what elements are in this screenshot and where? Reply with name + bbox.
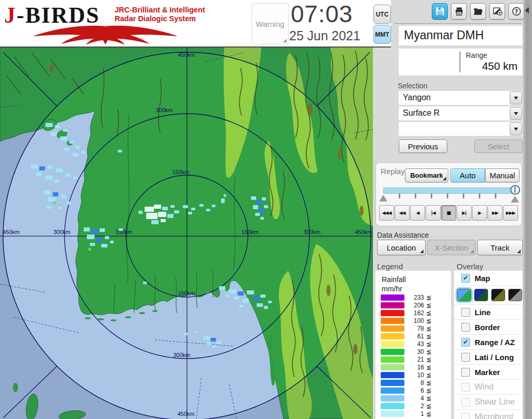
- corner-menu-icon: [517, 250, 521, 253]
- auto-button[interactable]: Auto: [450, 168, 485, 182]
- manual-button[interactable]: Manual: [485, 168, 520, 182]
- overlay-item-border[interactable]: Border: [454, 319, 522, 334]
- legend-entry: 162≦: [375, 309, 451, 317]
- add-snapshot-button[interactable]: [489, 3, 505, 20]
- rain-echo-cell: [138, 211, 143, 214]
- rain-echo-cell: [65, 174, 70, 177]
- overlay-item-label: Map: [475, 274, 490, 283]
- replay-slider-track[interactable]: [383, 188, 515, 194]
- playback-button-7[interactable]: ▶: [472, 205, 487, 221]
- legend-color-swatch: [381, 356, 404, 363]
- playback-button-6[interactable]: ▶|: [457, 205, 472, 221]
- legend-entry: 1≦: [375, 410, 451, 417]
- app-tagline: JRC-Brilliant & Intelligent Radar Dialog…: [115, 6, 205, 23]
- legend-value: 162: [409, 309, 424, 317]
- selection-dropdown-3[interactable]: [399, 122, 523, 136]
- map-style-swatch-1[interactable]: [457, 289, 471, 301]
- map-style-swatch-3[interactable]: [491, 289, 505, 301]
- range-divider: [460, 52, 460, 72]
- rain-echo-cell: [51, 132, 57, 136]
- previous-button[interactable]: Previous: [399, 139, 447, 153]
- rain-echo-cell: [188, 212, 192, 214]
- legend-entry: 6≦: [375, 386, 451, 394]
- station-name: Myanmar DMH: [404, 28, 484, 42]
- overlay-item-map[interactable]: ✔Map: [454, 271, 522, 285]
- legend-lte-sign: ≦: [426, 294, 431, 301]
- overlay-item-wind[interactable]: Wind: [454, 379, 522, 394]
- panel-collapse-arrow-icon[interactable]: [525, 7, 529, 13]
- checkbox-checked-icon[interactable]: ✔: [461, 338, 470, 347]
- playback-button-5[interactable]: ■: [441, 205, 456, 221]
- rain-echo-cell: [224, 194, 226, 197]
- track-button[interactable]: Track: [477, 240, 523, 255]
- rain-echo-cell: [207, 342, 211, 345]
- legend-value: 30: [409, 348, 424, 355]
- checkbox-icon[interactable]: [461, 323, 470, 332]
- bookmark-button[interactable]: Bookmark: [405, 168, 448, 182]
- slider-start-marker-icon[interactable]: [379, 195, 387, 201]
- range-label: 300km: [173, 352, 190, 358]
- utc-button[interactable]: UTC: [373, 5, 391, 24]
- legend-entry: 233≦: [375, 293, 451, 301]
- map-style-swatch-2[interactable]: [474, 289, 488, 301]
- legend-color-swatch: [381, 364, 404, 370]
- location-button[interactable]: Location: [377, 240, 426, 255]
- replay-slider-handle[interactable]: [510, 185, 520, 195]
- checkbox-icon[interactable]: [461, 368, 470, 377]
- slider-end-marker-icon[interactable]: [511, 196, 519, 203]
- overlay-item-lati-long[interactable]: Lati / Long: [454, 349, 522, 364]
- overlay-item-microburst[interactable]: Microburst: [454, 409, 522, 419]
- legend-entry: 2≦: [375, 402, 451, 410]
- warning-button-label: Warning: [256, 20, 284, 28]
- checkbox-icon[interactable]: [461, 413, 470, 419]
- rain-echo-cell: [183, 205, 188, 208]
- warning-button[interactable]: Warning: [252, 3, 289, 44]
- add-snapshot-icon: [492, 6, 503, 17]
- help-button[interactable]: ?: [508, 3, 524, 20]
- checkbox-icon[interactable]: [461, 308, 470, 317]
- rain-echo-cell: [44, 190, 51, 194]
- playback-button-1[interactable]: ◀◀◀: [379, 205, 394, 221]
- replay-label: Replay: [381, 167, 405, 176]
- dropdown-arrow-button[interactable]: [510, 91, 522, 104]
- playback-button-3[interactable]: ◀: [410, 205, 425, 221]
- open-folder-button[interactable]: [470, 3, 486, 20]
- playback-button-2[interactable]: ◀◀: [395, 205, 410, 221]
- legend-units: Rainfall mm/hr: [382, 275, 406, 293]
- app-logo: J-BIRDS JRC-Brilliant & Intelligent Rada…: [4, 1, 206, 45]
- playback-button-4[interactable]: |◀: [426, 205, 441, 221]
- mmt-button[interactable]: MMT: [373, 25, 391, 44]
- save-button[interactable]: [432, 3, 448, 20]
- legend-lte-sign: ≦: [426, 348, 431, 355]
- print-button[interactable]: [451, 3, 467, 20]
- map-style-swatch-4[interactable]: [508, 289, 522, 301]
- x-section-button[interactable]: X-Section: [427, 240, 476, 255]
- playback-button-9[interactable]: ▶▶▶: [503, 205, 518, 221]
- overlay-item-shear-line[interactable]: Shear Line: [454, 394, 522, 409]
- dropdown-arrow-button[interactable]: [510, 107, 522, 120]
- selection-dropdown-2[interactable]: Surface R: [399, 106, 523, 120]
- checkbox-checked-icon[interactable]: ✔: [461, 274, 470, 283]
- select-button[interactable]: Select: [474, 139, 523, 153]
- slider-tick: [463, 194, 464, 198]
- legend-lte-sign: ≦: [426, 317, 431, 324]
- radar-map[interactable]: 450km300km150km150km300km450km450km300km…: [0, 48, 373, 419]
- overlay-label: Overlay: [457, 262, 483, 271]
- checkbox-icon[interactable]: [461, 353, 470, 362]
- overlay-item-marker[interactable]: Marker: [454, 364, 522, 379]
- playback-button-8[interactable]: ▶▶: [488, 205, 503, 221]
- checkbox-icon[interactable]: [461, 383, 470, 392]
- dropdown-arrow-button[interactable]: [510, 122, 522, 135]
- range-label: 450km: [355, 229, 372, 235]
- legend-color-swatch: [381, 302, 404, 308]
- selection-dropdown-1[interactable]: Yangon: [399, 91, 523, 105]
- rain-echo-cell: [253, 205, 258, 209]
- range-label: 150km: [115, 229, 132, 235]
- rain-echo-cell: [48, 197, 55, 201]
- rain-echo-cell: [105, 236, 109, 239]
- playback-controls: ◀◀◀◀◀◀|◀■▶|▶▶▶▶▶▶: [379, 205, 519, 221]
- overlay-item-range-az[interactable]: ✔Range / AZ: [454, 334, 522, 349]
- overlay-item-line[interactable]: Line: [454, 304, 522, 319]
- rain-echo-cell: [91, 229, 98, 234]
- checkbox-icon[interactable]: [461, 398, 470, 407]
